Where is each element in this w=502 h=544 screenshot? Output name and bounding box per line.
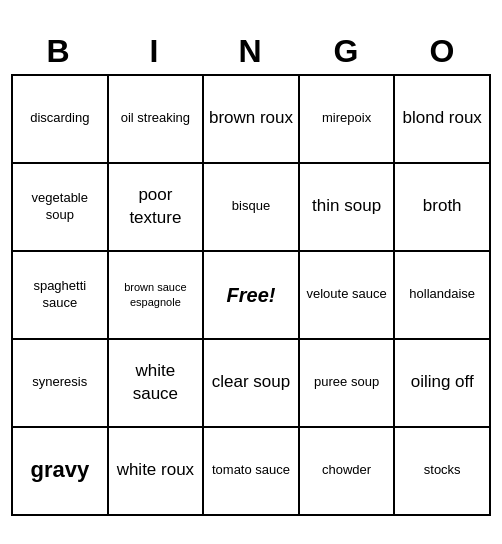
bingo-header: BINGO: [11, 29, 491, 74]
bingo-cell[interactable]: syneresis: [13, 340, 109, 428]
bingo-cell[interactable]: tomato sauce: [204, 428, 300, 516]
header-letter: G: [299, 29, 395, 74]
bingo-grid: discardingoil streakingbrown rouxmirepoi…: [11, 74, 491, 516]
bingo-cell[interactable]: oiling off: [395, 340, 491, 428]
header-letter: I: [107, 29, 203, 74]
bingo-cell[interactable]: Free!: [204, 252, 300, 340]
bingo-cell[interactable]: vegetable soup: [13, 164, 109, 252]
bingo-cell[interactable]: white roux: [109, 428, 205, 516]
bingo-card: BINGO discardingoil streakingbrown rouxm…: [11, 29, 491, 516]
bingo-cell[interactable]: gravy: [13, 428, 109, 516]
bingo-cell[interactable]: spaghetti sauce: [13, 252, 109, 340]
bingo-cell[interactable]: white sauce: [109, 340, 205, 428]
bingo-cell[interactable]: bisque: [204, 164, 300, 252]
bingo-cell[interactable]: blond roux: [395, 76, 491, 164]
bingo-cell[interactable]: mirepoix: [300, 76, 396, 164]
bingo-cell[interactable]: puree soup: [300, 340, 396, 428]
bingo-cell[interactable]: poor texture: [109, 164, 205, 252]
bingo-cell[interactable]: hollandaise: [395, 252, 491, 340]
bingo-cell[interactable]: clear soup: [204, 340, 300, 428]
bingo-cell[interactable]: chowder: [300, 428, 396, 516]
bingo-cell[interactable]: oil streaking: [109, 76, 205, 164]
bingo-cell[interactable]: brown roux: [204, 76, 300, 164]
bingo-cell[interactable]: broth: [395, 164, 491, 252]
bingo-cell[interactable]: brown sauce espagnole: [109, 252, 205, 340]
bingo-cell[interactable]: stocks: [395, 428, 491, 516]
bingo-cell[interactable]: thin soup: [300, 164, 396, 252]
header-letter: O: [395, 29, 491, 74]
bingo-cell[interactable]: veloute sauce: [300, 252, 396, 340]
bingo-cell[interactable]: discarding: [13, 76, 109, 164]
header-letter: B: [11, 29, 107, 74]
header-letter: N: [203, 29, 299, 74]
